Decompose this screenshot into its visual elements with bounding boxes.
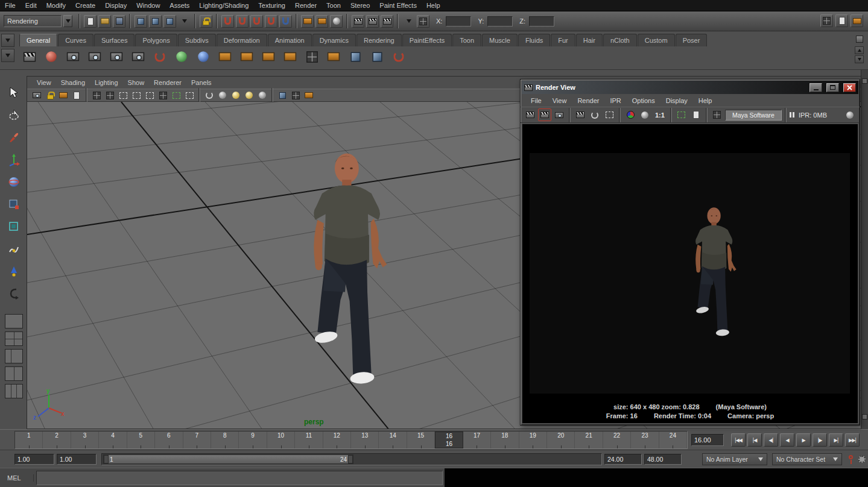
shelf-tab[interactable]: Poser — [676, 34, 708, 46]
toggle-ui-bottom-icon[interactable] — [862, 414, 867, 419]
shelf-scroll-down-icon[interactable] — [855, 55, 864, 63]
timeline-tick[interactable]: 24 — [659, 432, 687, 448]
paint-selection-tool-icon[interactable] — [4, 128, 24, 147]
select-tool-icon[interactable] — [4, 83, 24, 102]
universal-manipulator-tool-icon[interactable] — [4, 217, 24, 236]
viewport-menu-item[interactable]: Panels — [186, 79, 217, 86]
timeline-tick[interactable]: 10 — [267, 432, 295, 448]
playback-button-step-forward-frame[interactable]: |▶ — [813, 433, 827, 447]
ipr-render-icon[interactable] — [366, 15, 379, 28]
timeline-tick[interactable]: 7 — [183, 432, 211, 448]
timeline-tick[interactable]: 1 — [15, 432, 43, 448]
scene-slate-icon[interactable] — [21, 48, 39, 66]
last-tool-icon[interactable] — [4, 284, 24, 303]
layout-four-pane-icon[interactable] — [5, 331, 23, 346]
menubar-item[interactable]: Lighting/Shading — [194, 0, 253, 11]
lasso-tool-icon[interactable] — [4, 105, 24, 125]
viewport-menu-item[interactable]: Shading — [56, 79, 90, 86]
shelf-tab[interactable]: Animation — [268, 34, 312, 46]
sync-dropdown-icon[interactable] — [402, 15, 415, 28]
timeline-tick[interactable]: 13 — [351, 432, 379, 448]
toggle-ui-top-icon[interactable] — [862, 78, 867, 84]
menu-set-selector[interactable]: Rendering — [4, 15, 62, 27]
node-graph-icon[interactable] — [259, 48, 277, 66]
shelf-tab-menu-icon[interactable] — [1, 34, 14, 47]
lock-camera-icon[interactable] — [44, 90, 56, 101]
playback-button-play-backward[interactable]: ◀ — [780, 433, 794, 447]
input-connections-icon[interactable] — [301, 15, 314, 28]
timeline-tick[interactable]: 18 — [491, 432, 519, 448]
anim-layer-dropdown[interactable]: No Anim Layer — [702, 453, 767, 465]
menubar-item[interactable]: Window — [131, 0, 165, 11]
resolution-gate-icon[interactable] — [130, 90, 142, 101]
redo-previous-render-icon[interactable] — [538, 108, 551, 121]
safe-title-icon[interactable] — [183, 90, 195, 101]
render-view-menu-item[interactable]: Render — [572, 97, 604, 104]
show-manipulator-tool-icon[interactable] — [4, 262, 24, 281]
wireframe-display-icon[interactable] — [203, 90, 215, 101]
lock-selection-icon[interactable] — [200, 15, 212, 28]
help-icon[interactable] — [42, 48, 60, 66]
timeline-tick[interactable]: 12 — [323, 432, 351, 448]
animation-end-field[interactable] — [644, 454, 682, 465]
menubar-item[interactable]: File — [0, 0, 21, 11]
trash-icon[interactable] — [853, 33, 866, 45]
shaded-display-icon[interactable] — [217, 90, 229, 101]
select-hierarchy-icon[interactable] — [135, 15, 147, 28]
menubar-item[interactable]: Modify — [42, 0, 71, 11]
range-slider-handle[interactable]: 1 24 — [103, 454, 353, 464]
shelf-menu-icon[interactable] — [1, 49, 14, 62]
close-button[interactable] — [843, 83, 856, 92]
editor-window-icon[interactable] — [303, 48, 321, 66]
current-time-field[interactable] — [691, 434, 724, 446]
soft-mod-tool-icon[interactable] — [4, 239, 24, 259]
playback-end-field[interactable] — [604, 454, 642, 465]
output-connections-icon[interactable] — [315, 15, 328, 28]
isolate-select-icon[interactable] — [276, 90, 288, 101]
node-tree-icon[interactable] — [238, 48, 256, 66]
menubar-item[interactable]: Help — [422, 0, 445, 11]
open-scene-icon[interactable] — [98, 15, 111, 28]
render-canvas[interactable]: size: 640 x 480 zoom: 0.828 (Maya Softwa… — [522, 124, 858, 423]
shelf-tab[interactable]: Custom — [638, 34, 675, 46]
render-icon[interactable] — [524, 108, 537, 121]
menubar-item[interactable]: Texturing — [253, 0, 290, 11]
playback-button-go-to-end[interactable]: ▶▶| — [845, 433, 860, 447]
render-current-frame-icon[interactable] — [352, 15, 364, 28]
render-settings-icon[interactable] — [381, 15, 393, 28]
move-tool-icon[interactable] — [4, 150, 24, 169]
timeline-tick[interactable]: 2 — [43, 432, 71, 448]
range-slider-track[interactable]: 1 24 — [101, 453, 602, 465]
open-render-settings-icon[interactable] — [711, 108, 724, 121]
viewport-menu-item[interactable]: Lighting — [90, 79, 123, 86]
select-object-icon[interactable] — [149, 15, 162, 28]
timeline-tick[interactable]: 20 — [547, 432, 575, 448]
use-all-lights-icon[interactable] — [243, 90, 255, 101]
animation-start-field[interactable] — [14, 454, 54, 465]
timeline-tick[interactable]: 5 — [127, 432, 155, 448]
ipr-render-icon[interactable] — [574, 108, 587, 121]
refresh-ipr-icon[interactable] — [588, 108, 601, 121]
menubar-item[interactable]: Display — [100, 0, 131, 11]
save-scene-icon[interactable] — [113, 15, 125, 28]
scale-tool-icon[interactable] — [4, 195, 24, 214]
shelf-tab[interactable]: Dynamics — [312, 34, 356, 46]
connection-editor-icon[interactable] — [325, 48, 343, 66]
display-rgb-channels-icon[interactable] — [624, 108, 637, 121]
attribute-editor-toggle-icon[interactable] — [820, 14, 833, 27]
playback-button-step-back-frame[interactable]: ◀| — [764, 433, 778, 447]
menubar-item[interactable]: Assets — [165, 0, 194, 11]
container-icon[interactable] — [346, 48, 364, 66]
camera-icon[interactable] — [64, 48, 82, 66]
current-frame-marker[interactable]: 16 16 — [435, 432, 463, 448]
shaded-sphere-icon[interactable] — [194, 48, 212, 66]
render-view-menu-item[interactable]: Options — [627, 97, 661, 104]
command-line-input[interactable] — [36, 471, 443, 485]
node-network-icon[interactable] — [216, 48, 234, 66]
menubar-item[interactable]: Create — [71, 0, 100, 11]
keep-image-icon[interactable] — [689, 108, 703, 121]
playback-button-go-to-start[interactable]: |◀◀ — [731, 433, 746, 447]
menubar-item[interactable]: Toon — [322, 0, 346, 11]
playback-button-step-back-key[interactable]: |◀ — [747, 433, 762, 447]
render-view-menu-item[interactable]: File — [525, 97, 547, 104]
